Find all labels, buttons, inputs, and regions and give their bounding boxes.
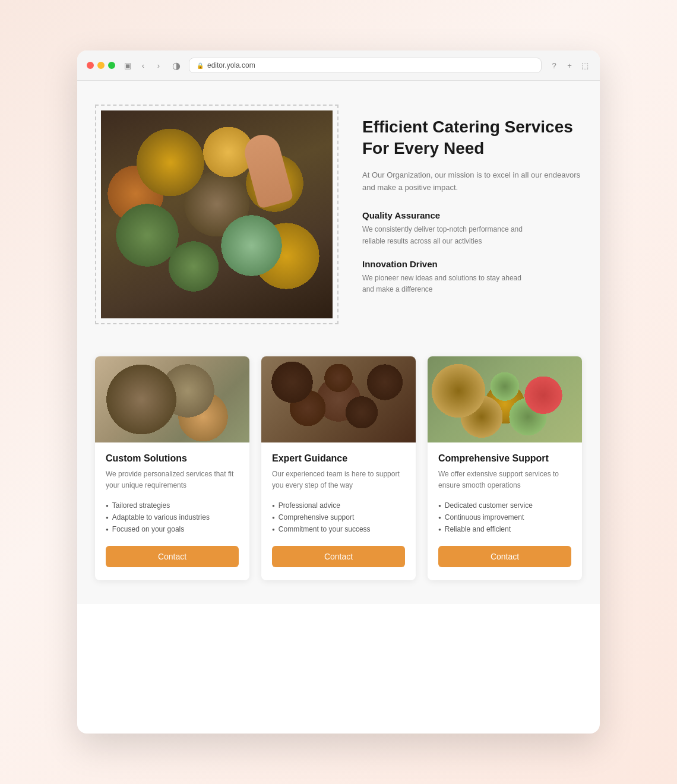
list-item: Tailored strategies xyxy=(106,500,239,511)
hero-image-wrapper xyxy=(95,105,338,327)
feature-innovation-desc: We pioneer new ideas and solutions to st… xyxy=(362,273,529,295)
list-item: Dedicated customer service xyxy=(438,500,571,511)
hero-title: Efficient Catering Services For Every Ne… xyxy=(362,116,582,160)
page-content: Efficient Catering Services For Every Ne… xyxy=(77,81,600,604)
card-list-1: Tailored strategies Adaptable to various… xyxy=(106,500,239,535)
maximize-button[interactable] xyxy=(108,62,115,69)
hero-image xyxy=(101,110,333,318)
card-image-2 xyxy=(261,356,416,442)
card-desc-3: We offer extensive support services to e… xyxy=(438,469,571,491)
address-bar[interactable]: 🔒 editor.yola.com xyxy=(189,58,542,73)
card-body-3: Comprehensive Support We offer extensive… xyxy=(428,442,582,580)
browser-nav: ▣ ‹ › xyxy=(122,60,164,71)
card-title-1: Custom Solutions xyxy=(106,453,239,464)
extensions-icon[interactable]: ⬚ xyxy=(580,60,590,71)
card-title-2: Expert Guidance xyxy=(272,453,405,464)
traffic-lights xyxy=(87,62,115,69)
url-text: editor.yola.com xyxy=(207,61,255,69)
feature-innovation: Innovation Driven We pioneer new ideas a… xyxy=(362,259,582,295)
card-title-3: Comprehensive Support xyxy=(438,453,571,464)
browser-chrome: ▣ ‹ › ◑ 🔒 editor.yola.com ? + ⬚ xyxy=(77,50,600,81)
card-body-2: Expert Guidance Our experienced team is … xyxy=(261,442,416,580)
list-item: Continuous improvement xyxy=(438,511,571,523)
hero-text: Efficient Catering Services For Every Ne… xyxy=(362,105,582,307)
list-item: Reliable and efficient xyxy=(438,523,571,535)
feature-quality-desc: We consistently deliver top-notch perfor… xyxy=(362,224,529,246)
list-item: Commitment to your success xyxy=(272,523,405,535)
feature-innovation-title: Innovation Driven xyxy=(362,259,582,269)
card-expert-guidance: Expert Guidance Our experienced team is … xyxy=(261,356,416,580)
card-desc-1: We provide personalized services that fi… xyxy=(106,469,239,491)
contact-button-2[interactable]: Contact xyxy=(272,546,405,567)
feature-quality: Quality Assurance We consistently delive… xyxy=(362,210,582,246)
card-list-2: Professional advice Comprehensive suppor… xyxy=(272,500,405,535)
card-image-1 xyxy=(95,356,249,442)
lock-icon: 🔒 xyxy=(197,62,204,69)
list-item: Professional advice xyxy=(272,500,405,511)
card-comprehensive-support: Comprehensive Support We offer extensive… xyxy=(428,356,582,580)
card-body-1: Custom Solutions We provide personalized… xyxy=(95,442,249,580)
cards-section: Custom Solutions We provide personalized… xyxy=(95,356,582,580)
dashed-border xyxy=(95,105,338,324)
question-icon[interactable]: ? xyxy=(549,60,559,71)
contact-button-3[interactable]: Contact xyxy=(438,546,571,567)
sidebar-toggle-icon[interactable]: ▣ xyxy=(122,60,133,71)
list-item: Focused on your goals xyxy=(106,523,239,535)
browser-right-actions: ? + ⬚ xyxy=(549,60,590,71)
close-button[interactable] xyxy=(87,62,94,69)
add-tab-icon[interactable]: + xyxy=(564,60,575,71)
theme-icon[interactable]: ◑ xyxy=(171,60,182,71)
feature-quality-title: Quality Assurance xyxy=(362,210,582,220)
list-item: Comprehensive support xyxy=(272,511,405,523)
forward-icon[interactable]: › xyxy=(153,60,164,71)
card-desc-2: Our experienced team is here to support … xyxy=(272,469,405,491)
hero-subtitle: At Our Organization, our mission is to e… xyxy=(362,169,582,194)
back-icon[interactable]: ‹ xyxy=(138,60,148,71)
minimize-button[interactable] xyxy=(97,62,105,69)
browser-window: ▣ ‹ › ◑ 🔒 editor.yola.com ? + ⬚ Efficien… xyxy=(77,50,600,734)
contact-button-1[interactable]: Contact xyxy=(106,546,239,567)
card-image-3 xyxy=(428,356,582,442)
list-item: Adaptable to various industries xyxy=(106,511,239,523)
hero-section: Efficient Catering Services For Every Ne… xyxy=(95,105,582,327)
card-list-3: Dedicated customer service Continuous im… xyxy=(438,500,571,535)
card-custom-solutions: Custom Solutions We provide personalized… xyxy=(95,356,249,580)
